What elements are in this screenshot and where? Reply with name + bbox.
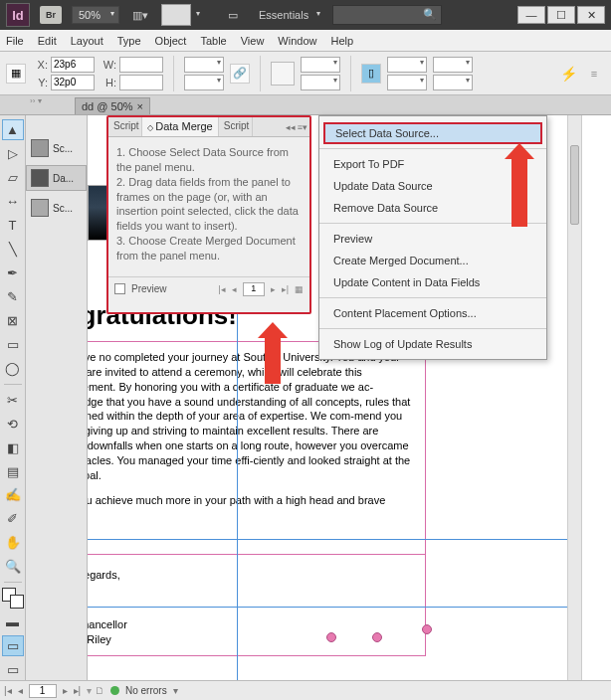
scissors-tool[interactable]: ✂ — [2, 390, 24, 411]
h-input[interactable] — [119, 75, 163, 90]
reference-point-icon[interactable]: ▦ — [6, 64, 26, 84]
tab-handle-icon[interactable]: ›› ▾ — [30, 96, 42, 105]
preflight-menu-icon[interactable]: ▾ — [173, 685, 178, 696]
w-input[interactable] — [119, 57, 163, 73]
line-tool[interactable]: ╲ — [2, 239, 24, 260]
next-record-button[interactable]: ▸ — [271, 284, 276, 294]
stroke-style-combo[interactable] — [387, 75, 427, 90]
hand-tool[interactable]: ✋ — [2, 532, 24, 553]
panel-strip-scripts[interactable]: Sc... — [26, 135, 87, 161]
direct-selection-tool[interactable]: ▷ — [2, 143, 24, 164]
selection-tool[interactable]: ▲ — [2, 119, 24, 140]
menu-object[interactable]: Object — [155, 35, 187, 47]
menu-file[interactable]: File — [6, 35, 24, 47]
zoom-level-combo[interactable]: 50% — [72, 6, 119, 24]
search-input[interactable]: 🔍 — [332, 5, 442, 25]
stroke-weight-combo[interactable] — [387, 57, 427, 73]
first-page-button[interactable]: |◂ — [4, 685, 12, 696]
menu-select-data-source[interactable]: Select Data Source... — [323, 122, 542, 144]
apply-color-icon[interactable]: ▬ — [2, 612, 24, 632]
shear-combo[interactable] — [301, 75, 340, 90]
menu-view[interactable]: View — [241, 35, 265, 47]
first-record-button[interactable]: |◂ — [218, 284, 225, 294]
arrange-documents-icon[interactable] — [161, 4, 191, 26]
zoom-tool[interactable]: 🔍 — [2, 556, 24, 577]
prev-record-button[interactable]: ◂ — [232, 284, 237, 294]
window-maximize-button[interactable]: ☐ — [547, 6, 575, 24]
ellipse-tool[interactable]: ◯ — [2, 358, 24, 379]
preview-checkbox[interactable] — [114, 283, 125, 294]
prev-page-button[interactable]: ◂ — [18, 685, 23, 696]
x-input[interactable] — [51, 57, 95, 73]
screen-mode-preview[interactable]: ▭ — [2, 659, 24, 680]
menu-create-merged-document[interactable]: Create Merged Document... — [319, 250, 546, 271]
y-input[interactable] — [51, 75, 95, 90]
free-transform-tool[interactable]: ⟲ — [2, 414, 24, 435]
overset-indicator[interactable] — [326, 632, 336, 642]
window-close-button[interactable]: ✕ — [577, 6, 605, 24]
menu-show-log[interactable]: Show Log of Update Results — [319, 333, 546, 355]
menu-content-placement-options[interactable]: Content Placement Options... — [319, 302, 546, 324]
panel-tab-data-merge[interactable]: ◇ Data Merge — [142, 117, 219, 136]
record-number-input[interactable]: 1 — [243, 282, 265, 296]
panel-tab-scroll-icon[interactable]: ◂◂ — [286, 122, 296, 132]
pen-tool[interactable]: ✒ — [2, 262, 24, 283]
eyedropper-tool[interactable]: ✐ — [2, 508, 24, 529]
menu-type[interactable]: Type — [117, 35, 141, 47]
preflight-errors-label[interactable]: No errors — [125, 685, 167, 696]
body-paragraph: May you achieve much more in your path w… — [88, 493, 415, 523]
gap-tool[interactable]: ↔ — [2, 191, 24, 212]
type-tool[interactable]: T — [2, 215, 24, 236]
scale-x-combo[interactable] — [184, 57, 224, 73]
screen-mode-icon[interactable]: ▭ — [223, 5, 243, 25]
panel-strip-script-label[interactable]: Sc... — [26, 195, 87, 221]
vertical-scrollbar[interactable] — [567, 115, 581, 680]
text-wrap-icon[interactable] — [271, 62, 295, 86]
menu-help[interactable]: Help — [330, 35, 353, 47]
preflight-status-icon[interactable] — [110, 686, 119, 695]
note-tool[interactable]: ✍ — [2, 484, 24, 505]
rectangle-frame-tool[interactable]: ⊠ — [2, 310, 24, 331]
control-menu-icon[interactable]: ≡ — [583, 63, 605, 85]
menu-window[interactable]: Window — [278, 35, 316, 47]
opacity-combo[interactable] — [433, 57, 473, 73]
next-page-button[interactable]: ▸ — [63, 685, 68, 696]
menu-table[interactable]: Table — [200, 35, 226, 47]
panel-tab-script[interactable]: Script — [108, 117, 142, 136]
fill-stroke-icon[interactable]: ▯ — [361, 64, 381, 84]
bridge-badge[interactable]: Br — [40, 6, 62, 24]
body-text-frame[interactable]: You have no completed your journey at So… — [88, 341, 426, 555]
last-record-button[interactable]: ▸| — [282, 284, 289, 294]
effects-combo[interactable] — [433, 75, 473, 90]
overset-indicator[interactable] — [372, 632, 382, 642]
view-options-icon[interactable]: ▥▾ — [129, 4, 151, 26]
gradient-swatch-tool[interactable]: ◧ — [2, 438, 24, 458]
workspace-switcher[interactable]: Essentials — [253, 7, 322, 23]
rectangle-tool[interactable]: ▭ — [2, 334, 24, 355]
panel-menu-icon[interactable]: ≡▾ — [298, 122, 307, 132]
fill-stroke-swatch[interactable] — [2, 588, 24, 609]
quick-apply-icon[interactable]: ⚡ — [560, 66, 577, 82]
screen-mode-normal[interactable]: ▭ — [2, 635, 24, 656]
scrollbar-thumb[interactable] — [570, 145, 579, 225]
pencil-tool[interactable]: ✎ — [2, 286, 24, 307]
menu-update-content[interactable]: Update Content in Data Fields — [319, 271, 546, 293]
scale-y-combo[interactable] — [184, 75, 224, 90]
menu-layout[interactable]: Layout — [71, 35, 103, 47]
rotate-combo[interactable] — [301, 57, 340, 73]
open-icon[interactable]: ▾ 🗋 — [87, 685, 104, 696]
page-number-input[interactable]: 1 — [29, 684, 57, 698]
menu-preview[interactable]: Preview — [319, 228, 546, 250]
panel-tab-script-label[interactable]: Script — [219, 117, 253, 136]
document-tab[interactable]: dd @ 50% × — [75, 97, 150, 114]
constrain-icon[interactable]: 🔗 — [230, 64, 250, 84]
create-merged-button-icon[interactable]: ▦ — [295, 284, 304, 294]
last-page-button[interactable]: ▸| — [74, 685, 82, 696]
page-tool[interactable]: ▱ — [2, 167, 24, 188]
window-minimize-button[interactable]: — — [517, 6, 545, 24]
gradient-feather-tool[interactable]: ▤ — [2, 461, 24, 482]
document-tab-close-icon[interactable]: × — [137, 100, 143, 112]
overset-indicator[interactable] — [422, 624, 432, 634]
menu-edit[interactable]: Edit — [38, 35, 57, 47]
panel-strip-data-merge[interactable]: Da... — [26, 165, 87, 191]
